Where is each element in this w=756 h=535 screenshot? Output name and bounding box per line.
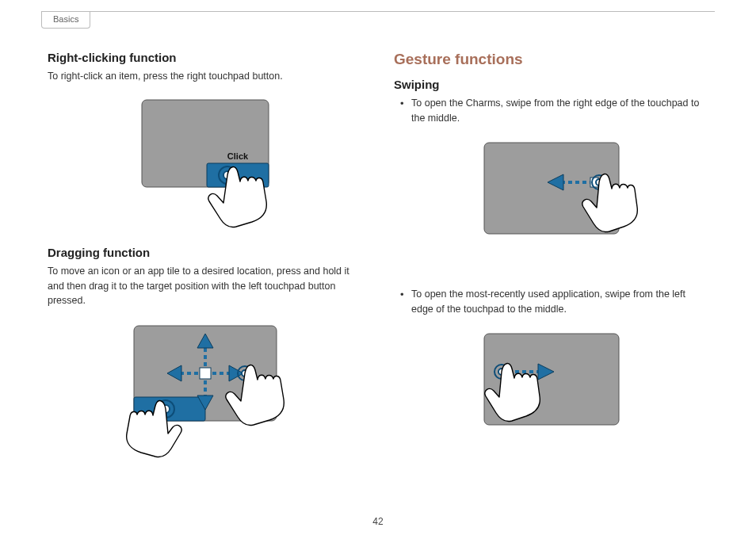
touchpad-dragging-icon [86,318,324,460]
right-click-heading: Right-clicking function [48,51,362,64]
document-page: Basics Right-clicking function To right-… [0,0,756,535]
swiping-bullet-2: To open the most-recently used applicati… [394,287,708,318]
breadcrumb: Basics [41,11,90,29]
touchpad-swipe-from-left-icon [468,326,635,457]
gesture-section-heading: Gesture functions [394,51,708,68]
touchpad-swipe-from-right-icon [460,135,643,269]
figure-swipe-left [394,326,708,457]
swiping-heading: Swiping [394,78,708,91]
right-column: Gesture functions Swiping To open the Ch… [394,51,708,478]
left-column: Right-clicking function To right-click a… [48,51,362,478]
swiping-bullet-1: To open the Charms, swipe from the right… [394,96,708,127]
dragging-body: To move an icon or an app tile to a desi… [48,264,362,308]
touchpad-right-click-icon: Click [118,94,292,228]
right-click-body: To right-click an item, press the right … [48,69,362,84]
figure-dragging [48,318,362,460]
svg-rect-14 [200,368,211,379]
swiping-bullets: To open the Charms, swipe from the right… [394,96,708,127]
breadcrumb-label: Basics [53,14,78,24]
page-number: 42 [0,516,756,527]
swiping-bullets-2: To open the most-recently used applicati… [394,287,708,318]
dragging-heading: Dragging function [48,246,362,259]
header-divider [41,11,715,12]
figure-right-click: Click [48,94,362,228]
content-columns: Right-clicking function To right-click a… [48,14,708,478]
click-label-text: Click [227,151,248,161]
figure-swipe-right [394,135,708,269]
